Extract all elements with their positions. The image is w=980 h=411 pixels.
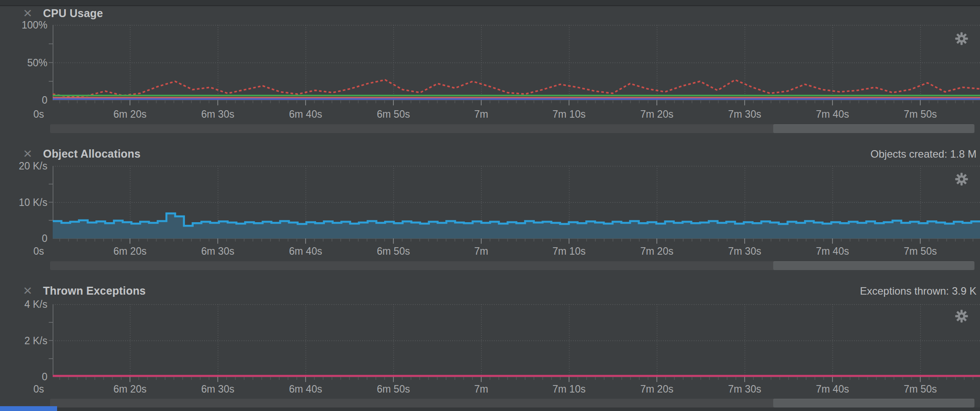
x-axis-tick-label: 7m 10s bbox=[552, 245, 585, 257]
panel-title: Thrown Exceptions bbox=[43, 285, 146, 297]
x-axis-tick-label: 7m 30s bbox=[728, 245, 761, 257]
x-axis-tick-label: 7m 20s bbox=[640, 108, 673, 120]
x-axis-labels: 0s6m 20s6m 30s6m 40s6m 50s7m7m 10s7m 20s… bbox=[0, 108, 980, 120]
y-axis-tick-label: 50% bbox=[0, 58, 47, 68]
close-icon[interactable]: × bbox=[20, 283, 35, 298]
exceptions-panel-header: × Thrown Exceptions Exceptions thrown: 3… bbox=[0, 285, 980, 299]
x-axis-tick-label: 6m 40s bbox=[289, 245, 322, 257]
y-axis-tick-label: 4 K/s bbox=[0, 299, 47, 310]
allocations-panel-header: × Object Allocations Objects created: 1.… bbox=[0, 148, 980, 162]
scrollbar-thumb[interactable] bbox=[773, 399, 974, 407]
x-axis-tick-label: 6m 30s bbox=[201, 108, 234, 120]
x-axis-tick-label: 7m 20s bbox=[640, 245, 673, 257]
x-axis-tick-label: 6m 30s bbox=[201, 383, 234, 395]
close-icon[interactable]: × bbox=[20, 146, 35, 161]
y-axis-labels: 20 K/s10 K/s0 bbox=[0, 161, 47, 244]
x-axis-tick-label: 0s bbox=[33, 108, 44, 120]
gear-icon[interactable] bbox=[955, 309, 969, 323]
exceptions-thrown-badge: Exceptions thrown: 3.9 K bbox=[860, 285, 976, 297]
x-axis-tick-label: 7m 40s bbox=[816, 383, 849, 395]
x-axis-tick-label: 7m 30s bbox=[728, 383, 761, 395]
x-axis-tick-label: 7m 10s bbox=[552, 383, 585, 395]
x-axis-tick-label: 7m 40s bbox=[816, 245, 849, 257]
x-axis-labels: 0s6m 20s6m 30s6m 40s6m 50s7m7m 10s7m 20s… bbox=[0, 383, 980, 395]
x-axis-tick-label: 6m 40s bbox=[289, 108, 322, 120]
panel-title: Object Allocations bbox=[43, 148, 141, 160]
x-axis-tick-label: 6m 40s bbox=[289, 383, 322, 395]
timeline-scrollbar[interactable] bbox=[50, 124, 975, 133]
x-axis-tick-label: 6m 50s bbox=[377, 383, 410, 395]
cpu-panel-header: × CPU Usage bbox=[0, 7, 980, 22]
timeline-scrollbar[interactable] bbox=[50, 261, 975, 270]
object-allocations-panel: × Object Allocations Objects created: 1.… bbox=[0, 140, 980, 271]
objects-created-badge: Objects created: 1.8 M bbox=[871, 148, 976, 160]
x-axis-tick-label: 6m 20s bbox=[113, 383, 146, 395]
y-axis-tick-label: 0 bbox=[0, 95, 47, 105]
close-icon[interactable]: × bbox=[20, 5, 35, 20]
x-axis-tick-label: 7m bbox=[474, 108, 488, 120]
x-axis-tick-label: 0s bbox=[33, 383, 44, 395]
x-axis-tick-label: 7m 50s bbox=[904, 383, 937, 395]
y-axis-labels: 4 K/s2 K/s0 bbox=[0, 299, 47, 382]
bottom-strip bbox=[0, 407, 980, 411]
x-axis-tick-label: 7m 10s bbox=[552, 108, 585, 120]
cpu-usage-panel: × CPU Usage 100%50%0 0s6m 20s6m 30s6m 40… bbox=[0, 6, 980, 136]
y-axis-tick-label: 2 K/s bbox=[0, 335, 47, 346]
x-axis-tick-label: 0s bbox=[33, 245, 44, 257]
x-axis-tick-label: 7m 40s bbox=[816, 108, 849, 120]
x-axis-tick-label: 6m 50s bbox=[377, 245, 410, 257]
top-divider bbox=[0, 0, 980, 6]
y-axis-tick-label: 20 K/s bbox=[0, 161, 47, 171]
y-axis-tick-label: 10 K/s bbox=[0, 197, 47, 208]
gear-icon[interactable] bbox=[955, 32, 969, 46]
x-axis-tick-label: 7m 50s bbox=[904, 245, 937, 257]
thrown-exceptions-chart[interactable] bbox=[53, 304, 980, 383]
timeline-scrollbar[interactable] bbox=[50, 399, 975, 407]
cpu-usage-chart[interactable] bbox=[53, 25, 980, 106]
x-axis-tick-label: 6m 20s bbox=[113, 245, 146, 257]
x-axis-tick-label: 7m bbox=[474, 383, 488, 395]
panel-title: CPU Usage bbox=[43, 7, 103, 20]
x-axis-labels: 0s6m 20s6m 30s6m 40s6m 50s7m7m 10s7m 20s… bbox=[0, 245, 980, 257]
gear-icon[interactable] bbox=[955, 172, 969, 186]
scrollbar-thumb[interactable] bbox=[773, 261, 974, 270]
bottom-left-accent bbox=[0, 406, 57, 411]
y-axis-tick-label: 100% bbox=[0, 20, 47, 30]
x-axis-tick-label: 7m 30s bbox=[728, 108, 761, 120]
thrown-exceptions-panel: × Thrown Exceptions Exceptions thrown: 3… bbox=[0, 277, 980, 408]
x-axis-tick-label: 6m 30s bbox=[201, 245, 234, 257]
object-allocations-chart[interactable] bbox=[53, 166, 980, 245]
x-axis-tick-label: 6m 20s bbox=[113, 108, 146, 120]
y-axis-labels: 100%50%0 bbox=[0, 20, 47, 105]
x-axis-tick-label: 7m bbox=[474, 245, 488, 257]
x-axis-tick-label: 6m 50s bbox=[377, 108, 410, 120]
y-axis-tick-label: 0 bbox=[0, 233, 47, 244]
x-axis-tick-label: 7m 20s bbox=[640, 383, 673, 395]
y-axis-tick-label: 0 bbox=[0, 371, 47, 382]
scrollbar-thumb[interactable] bbox=[773, 124, 974, 133]
x-axis-tick-label: 7m 50s bbox=[904, 108, 937, 120]
